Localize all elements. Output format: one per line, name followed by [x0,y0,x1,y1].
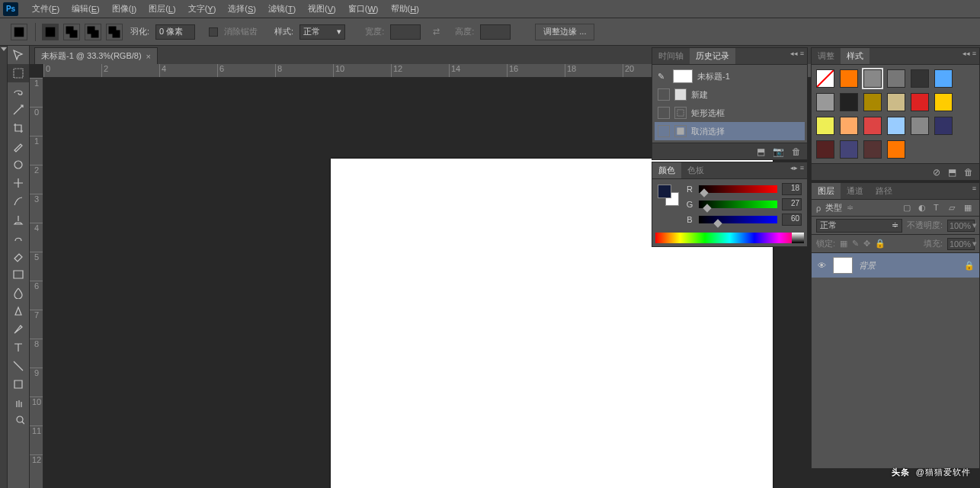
style-swatch[interactable] [934,69,953,88]
new-selection-icon[interactable] [42,24,59,40]
fill-input[interactable]: 100%▾ [947,238,975,250]
style-swatch[interactable] [934,117,953,135]
antialias-checkbox[interactable] [209,27,218,37]
foreground-color[interactable] [658,185,671,198]
trash-icon[interactable]: 🗑 [792,146,801,157]
g-slider[interactable] [699,201,777,208]
menu-v[interactable]: 视图(V) [302,0,342,18]
style-swatch[interactable] [934,93,953,111]
history-item[interactable]: 矩形选框 [655,104,805,122]
b-slider[interactable] [699,216,777,223]
tab-adjustments[interactable]: 调整 [812,48,841,64]
tab-styles[interactable]: 样式 [841,48,870,64]
feather-input[interactable] [155,24,195,40]
move-tool[interactable] [8,46,29,64]
history-item[interactable]: 取消选择 [655,122,805,140]
style-swatch[interactable] [840,140,858,159]
menu-f[interactable]: 文件(F) [26,0,66,18]
filter-smart-icon[interactable]: ▦ [964,203,975,214]
style-select[interactable]: 正常▾ [299,24,345,40]
collapse-strip[interactable] [0,46,8,488]
tab-swatches[interactable]: 色板 [681,162,710,178]
width-input[interactable] [390,24,421,40]
patch-tool[interactable] [8,156,29,174]
menu-y[interactable]: 文字(Y) [182,0,223,18]
history-brush-tool[interactable] [8,229,29,247]
style-swatch[interactable] [863,140,882,159]
panel-menu-icon[interactable]: ◂◂ ≡ [962,50,976,57]
g-value[interactable]: 27 [782,198,802,210]
crop-tool[interactable] [8,119,29,137]
panel-menu-icon[interactable]: ≡ [972,185,976,192]
menu-h[interactable]: 帮助(H) [385,0,425,18]
type-tool[interactable] [8,339,29,357]
swap-wh-icon[interactable]: ⇄ [433,27,440,37]
style-swatch[interactable] [816,117,834,135]
eyedrop-tool[interactable] [8,137,29,156]
menu-w[interactable]: 窗口(W) [342,0,385,18]
style-swatch[interactable] [887,69,905,88]
layer-row[interactable]: 👁 背景 🔒 [812,253,979,278]
pen-tool[interactable] [8,320,29,339]
ruler-vertical[interactable]: 10123456789101112 [30,78,43,488]
intersect-selection-icon[interactable] [106,24,123,40]
style-swatch[interactable] [863,117,882,135]
b-value[interactable]: 60 [782,214,802,226]
lock-all-icon[interactable]: 🔒 [875,239,886,249]
style-swatch[interactable] [863,93,882,111]
mount-icon[interactable]: ⬒ [757,146,765,157]
menu-l[interactable]: 图层(L) [143,0,181,18]
tab-color[interactable]: 颜色 [652,162,681,178]
tab-layers[interactable]: 图层 [812,183,841,199]
menu-t[interactable]: 滤镜(T) [262,0,302,18]
document-tab[interactable]: 未标题-1 @ 33.3%(RGB/8) × [34,47,158,64]
blur-tool[interactable] [8,284,29,302]
lasso-tool[interactable] [8,82,29,101]
lock-transparent-icon[interactable]: ▦ [840,239,847,249]
gradient-tool[interactable] [8,265,29,284]
r-value[interactable]: 18 [782,183,802,195]
tab-paths[interactable]: 路径 [870,183,898,199]
refine-edge-button[interactable]: 调整边缘 ... [535,24,594,40]
style-swatch[interactable] [816,93,834,111]
new-style-icon[interactable]: ⬒ [948,167,956,178]
style-swatch[interactable] [887,140,905,159]
style-swatch[interactable] [911,93,929,111]
history-item[interactable]: 新建 [655,85,805,104]
marquee-tool[interactable] [8,64,29,82]
style-swatch[interactable] [863,69,882,88]
menu-e[interactable]: 编辑(E) [66,0,106,18]
style-swatch[interactable] [816,140,834,159]
trash-icon[interactable]: 🗑 [964,167,973,178]
blend-mode-select[interactable]: 正常≑ [816,219,902,233]
style-swatch[interactable] [840,117,858,135]
filter-type-icon[interactable]: T [934,203,944,214]
brush-tool[interactable] [8,192,29,210]
filter-adjust-icon[interactable]: ◐ [918,203,929,214]
style-swatch[interactable] [816,69,834,88]
style-swatch[interactable] [887,93,905,111]
close-icon[interactable]: × [146,52,151,61]
wand-tool[interactable] [8,101,29,119]
r-slider[interactable] [699,185,777,193]
style-swatch[interactable] [887,117,905,135]
snapshot-icon[interactable]: 📷 [773,146,784,157]
panel-menu-icon[interactable]: ◂▸ ≡ [790,164,804,172]
opacity-input[interactable]: 100%▾ [947,220,975,232]
height-input[interactable] [480,24,511,40]
menu-s[interactable]: 选择(S) [222,0,262,18]
add-selection-icon[interactable] [63,24,80,40]
panel-menu-icon[interactable]: ◂◂ ≡ [790,50,804,57]
filter-shape-icon[interactable]: ▱ [949,203,959,214]
layer-thumbnail[interactable] [833,257,853,274]
layer-name[interactable]: 背景 [859,260,876,271]
menu-i[interactable]: 图像(I) [106,0,143,18]
tab-history[interactable]: 历史记录 [690,48,735,64]
tab-timeline[interactable]: 时间轴 [652,48,690,64]
foreground-background-swatch[interactable] [658,185,679,206]
hand-tool[interactable] [8,393,29,412]
healing-tool[interactable] [8,174,29,192]
filter-kind[interactable]: 类型 [825,202,842,214]
shape-tool[interactable] [8,375,29,393]
style-swatch[interactable] [911,69,929,88]
